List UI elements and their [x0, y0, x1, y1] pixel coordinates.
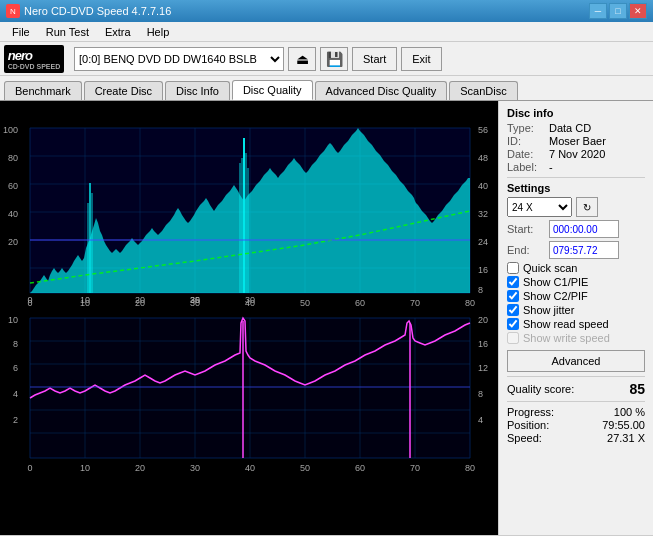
tab-disc-info[interactable]: Disc Info: [165, 81, 230, 100]
tab-bar: Benchmark Create Disc Disc Info Disc Qua…: [0, 76, 653, 101]
disc-date-value: 7 Nov 2020: [549, 148, 605, 160]
svg-text:20: 20: [135, 463, 145, 473]
minimize-button[interactable]: ─: [589, 3, 607, 19]
show-jitter-label: Show jitter: [523, 304, 574, 316]
save-icon[interactable]: 💾: [320, 47, 348, 71]
show-c1-pie-label: Show C1/PIE: [523, 276, 588, 288]
svg-text:80: 80: [465, 298, 475, 308]
svg-text:16: 16: [478, 339, 488, 349]
svg-text:16: 16: [478, 265, 488, 275]
disc-id-row: ID: Moser Baer: [507, 135, 645, 147]
nero-logo: nero CD·DVD SPEED: [4, 45, 64, 73]
progress-value: 100 %: [614, 406, 645, 418]
end-row: End:: [507, 241, 645, 259]
divider-1: [507, 177, 645, 178]
start-input[interactable]: [549, 220, 619, 238]
chart-area: 56 48 40 32 24 16 8 100 80 60 40 20 0 10…: [0, 101, 498, 535]
disc-label-row: Label: -: [507, 161, 645, 173]
jitter-row: Show jitter: [507, 304, 645, 316]
tab-create-disc[interactable]: Create Disc: [84, 81, 163, 100]
svg-text:6: 6: [13, 363, 18, 373]
menu-bar: File Run Test Extra Help: [0, 22, 653, 42]
drive-select[interactable]: [0:0] BENQ DVD DD DW1640 BSLB: [74, 47, 284, 71]
refresh-button[interactable]: ↻: [576, 197, 598, 217]
svg-text:40: 40: [245, 298, 255, 308]
eject-icon[interactable]: ⏏: [288, 47, 316, 71]
c1-pie-row: Show C1/PIE: [507, 276, 645, 288]
write-speed-row: Show write speed: [507, 332, 645, 344]
show-read-speed-label: Show read speed: [523, 318, 609, 330]
maximize-button[interactable]: □: [609, 3, 627, 19]
advanced-button[interactable]: Advanced: [507, 350, 645, 372]
quick-scan-checkbox[interactable]: [507, 262, 519, 274]
svg-text:2: 2: [13, 415, 18, 425]
svg-text:32: 32: [478, 209, 488, 219]
menu-help[interactable]: Help: [139, 24, 178, 40]
speed-select[interactable]: 24 X: [507, 197, 572, 217]
quality-score-value: 85: [629, 381, 645, 397]
exit-button[interactable]: Exit: [401, 47, 441, 71]
disc-label-label: Label:: [507, 161, 545, 173]
tab-disc-quality[interactable]: Disc Quality: [232, 80, 313, 100]
svg-text:48: 48: [478, 153, 488, 163]
end-input[interactable]: [549, 241, 619, 259]
svg-text:0: 0: [27, 463, 32, 473]
svg-text:30: 30: [190, 463, 200, 473]
quick-scan-label: Quick scan: [523, 262, 577, 274]
svg-text:40: 40: [245, 463, 255, 473]
svg-text:8: 8: [478, 389, 483, 399]
title-bar: N Nero CD-DVD Speed 4.7.7.16 ─ □ ✕: [0, 0, 653, 22]
close-button[interactable]: ✕: [629, 3, 647, 19]
tab-scan-disc[interactable]: ScanDisc: [449, 81, 517, 100]
tab-benchmark[interactable]: Benchmark: [4, 81, 82, 100]
menu-extra[interactable]: Extra: [97, 24, 139, 40]
show-jitter-checkbox[interactable]: [507, 304, 519, 316]
position-label: Position:: [507, 419, 549, 431]
svg-text:20: 20: [8, 237, 18, 247]
title-bar-controls[interactable]: ─ □ ✕: [589, 3, 647, 19]
svg-text:10: 10: [80, 463, 90, 473]
svg-text:80: 80: [465, 463, 475, 473]
title-bar-left: N Nero CD-DVD Speed 4.7.7.16: [6, 4, 171, 18]
show-c2-pif-checkbox[interactable]: [507, 290, 519, 302]
disc-type-row: Type: Data CD: [507, 122, 645, 134]
disc-type-label: Type:: [507, 122, 545, 134]
start-button[interactable]: Start: [352, 47, 397, 71]
menu-run-test[interactable]: Run Test: [38, 24, 97, 40]
quick-scan-row: Quick scan: [507, 262, 645, 274]
start-label: Start:: [507, 223, 545, 235]
app-icon: N: [6, 4, 20, 18]
read-speed-row: Show read speed: [507, 318, 645, 330]
speed-row: 24 X ↻: [507, 197, 645, 217]
disc-type-value: Data CD: [549, 122, 591, 134]
title-bar-text: Nero CD-DVD Speed 4.7.7.16: [24, 5, 171, 17]
speed-value: 27.31 X: [607, 432, 645, 444]
show-write-speed-checkbox: [507, 332, 519, 344]
start-row: Start:: [507, 220, 645, 238]
progress-row: Progress: 100 %: [507, 406, 645, 418]
svg-text:0: 0: [27, 298, 32, 308]
svg-text:60: 60: [355, 463, 365, 473]
speed-row-2: Speed: 27.31 X: [507, 432, 645, 444]
svg-text:30: 30: [190, 298, 200, 308]
svg-text:40: 40: [478, 181, 488, 191]
tab-advanced-disc-quality[interactable]: Advanced Disc Quality: [315, 81, 448, 100]
c2-pif-row: Show C2/PIF: [507, 290, 645, 302]
show-read-speed-checkbox[interactable]: [507, 318, 519, 330]
show-c1-pie-checkbox[interactable]: [507, 276, 519, 288]
svg-text:50: 50: [300, 463, 310, 473]
svg-text:80: 80: [8, 153, 18, 163]
disc-label-value: -: [549, 161, 553, 173]
quality-score-label: Quality score:: [507, 383, 574, 395]
disc-info-title: Disc info: [507, 107, 645, 119]
main-content: 56 48 40 32 24 16 8 100 80 60 40 20 0 10…: [0, 101, 653, 535]
svg-text:20: 20: [478, 315, 488, 325]
menu-file[interactable]: File: [4, 24, 38, 40]
svg-text:70: 70: [410, 463, 420, 473]
svg-text:12: 12: [478, 363, 488, 373]
divider-3: [507, 401, 645, 402]
svg-text:50: 50: [300, 298, 310, 308]
svg-text:10: 10: [80, 298, 90, 308]
show-c2-pif-label: Show C2/PIF: [523, 290, 588, 302]
end-label: End:: [507, 244, 545, 256]
